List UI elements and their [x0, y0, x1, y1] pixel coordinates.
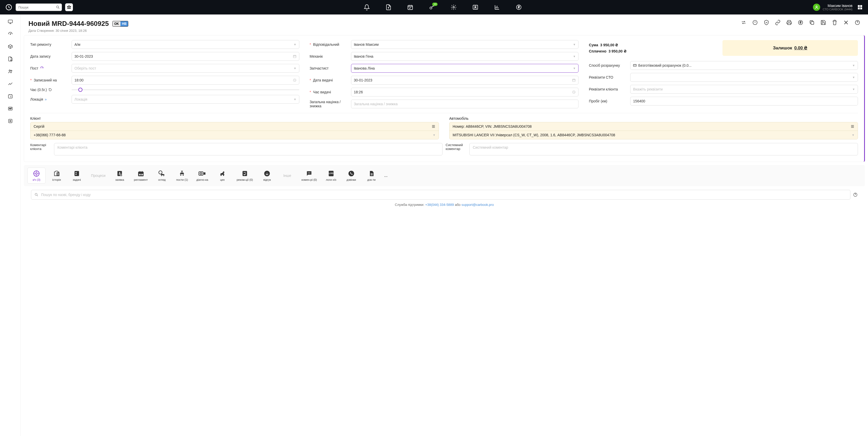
tab-search-input[interactable]: Пошук по назві, бренду і коду	[41, 193, 847, 197]
date-input[interactable]: 30-01-2023	[71, 52, 299, 61]
tab-docs[interactable]: док-ти	[363, 168, 380, 183]
currency-icon[interactable]	[516, 4, 522, 10]
user-company: СТО CARBOOK (9444)	[823, 8, 852, 11]
client-req-select[interactable]: Вкажіть реквізити▼	[630, 85, 858, 94]
tab-request[interactable]: заявка	[111, 168, 129, 183]
tab-history[interactable]: історія	[48, 168, 66, 183]
clock-icon	[572, 90, 576, 94]
trash-icon[interactable]	[832, 20, 837, 25]
sidebar-analytics-icon[interactable]	[8, 81, 13, 86]
tab-comments[interactable]: комен-рі (0)	[298, 168, 320, 183]
shield-icon[interactable]	[764, 20, 769, 25]
sidebar-people-icon[interactable]	[8, 69, 13, 74]
money-icon[interactable]	[798, 20, 803, 25]
tab-parts[interactable]: з/ч (3)	[27, 168, 45, 184]
key-icon[interactable]: 10	[429, 4, 435, 10]
save-icon[interactable]	[820, 20, 826, 25]
inspect-icon	[158, 170, 166, 177]
responsible-select[interactable]: Іванов Максим▼	[351, 40, 579, 49]
svg-point-4	[453, 6, 455, 8]
svg-point-58	[348, 171, 354, 176]
client-name-row[interactable]: Сергій	[31, 122, 439, 131]
status-group[interactable]: OK НВ	[113, 21, 128, 27]
client-phone-row[interactable]: +38(066) 777-66-88 ▼	[31, 131, 439, 139]
mileage-input[interactable]: 156400	[630, 97, 858, 106]
contact-icon[interactable]	[472, 4, 478, 10]
tab-posts[interactable]: пости (1)	[173, 168, 191, 183]
tab-regulation[interactable]: регламент	[131, 168, 151, 183]
markup-input[interactable]: Загальна націнка / знижка	[351, 99, 579, 108]
svg-rect-31	[572, 79, 576, 82]
support-email[interactable]: support@carbook.pro	[461, 203, 494, 207]
calendar-check-icon[interactable]	[407, 4, 413, 10]
sidebar-gauge-icon[interactable]	[8, 32, 13, 37]
tab-processes[interactable]: Процеси	[88, 171, 108, 180]
tab-tasks[interactable]: задачі	[68, 168, 86, 183]
help-icon[interactable]	[853, 193, 858, 197]
support-phone[interactable]: +38(044) 334-5889	[425, 203, 454, 207]
settings-icon[interactable]	[451, 4, 457, 10]
menu-icon[interactable]	[431, 124, 436, 128]
alert-icon[interactable]	[752, 20, 758, 25]
system-comment-input[interactable]: Системний коментар	[469, 143, 858, 155]
chevron-right-icon: »	[45, 97, 47, 101]
sidebar-sliders-icon[interactable]	[8, 106, 13, 111]
bank-button[interactable]	[65, 3, 73, 11]
parts-select[interactable]: Іванова Ліна▼	[351, 64, 579, 73]
location-select[interactable]: Локація▼	[71, 95, 299, 104]
repair-type-select[interactable]: А/м▼	[71, 40, 299, 49]
global-search[interactable]	[16, 3, 62, 11]
sidebar-document-icon[interactable]	[8, 56, 13, 62]
svg-rect-12	[860, 7, 862, 9]
print-icon[interactable]	[786, 20, 792, 25]
tab-other[interactable]: Інше	[278, 171, 296, 180]
add-document-icon[interactable]	[385, 4, 392, 10]
menu-icon[interactable]	[850, 124, 855, 128]
sidebar-desktop-icon[interactable]	[8, 19, 13, 24]
delivery-time-input[interactable]: 18:26	[351, 88, 579, 96]
paymethod-select[interactable]: Безготівковий розрахунок (0.0...▼	[630, 61, 858, 70]
delivery-date-input[interactable]: 30-01-2023	[351, 76, 579, 85]
svg-rect-33	[633, 64, 637, 66]
search-icon	[56, 5, 60, 9]
post-select[interactable]: Оберіть пост▼	[71, 64, 299, 73]
copy-icon[interactable]	[809, 20, 815, 25]
tab-calls[interactable]: дзвінки	[342, 168, 360, 183]
sidebar-list-icon[interactable]	[8, 118, 13, 124]
tab-search-box[interactable]: Пошук по назві, бренду і коду	[31, 190, 850, 200]
tab-review[interactable]: відгук	[258, 168, 276, 183]
tab-diag[interactable]: діагно-ка	[193, 168, 211, 183]
avatar[interactable]	[813, 4, 820, 11]
svg-rect-13	[8, 20, 12, 23]
vehicle-id-row[interactable]: Номер: AB8446CP, VIN: JMBSNCS3A8U004708	[450, 122, 858, 131]
sto-req-select[interactable]: ▼	[630, 73, 858, 82]
balance-value[interactable]: 0,00 ₴	[794, 45, 807, 51]
duration-slider[interactable]	[71, 89, 299, 90]
logo-icon[interactable]	[5, 4, 12, 11]
tab-inspect[interactable]: огляд	[153, 168, 171, 183]
svg-rect-9	[858, 5, 860, 7]
tab-recom[interactable]: реком-ції (0)	[234, 168, 256, 183]
chevron-down-icon: ▼	[852, 64, 855, 67]
review-icon	[264, 170, 270, 177]
close-icon[interactable]	[843, 20, 849, 25]
apps-icon[interactable]	[857, 4, 863, 10]
sidebar-calendar-icon[interactable]	[8, 94, 13, 99]
chart-icon[interactable]	[494, 4, 500, 10]
svg-rect-18	[8, 95, 12, 98]
tab-more[interactable]: …	[382, 174, 389, 178]
client-comment-input[interactable]: Коментарі клієнта	[54, 143, 442, 155]
vehicle-model-row[interactable]: MITSUBISHI LANCER VII Універсал (CS_W, C…	[450, 131, 858, 139]
tab-logs[interactable]: LOG логи н/з	[322, 168, 340, 183]
sidebar-package-icon[interactable]	[8, 44, 13, 49]
search-input[interactable]	[16, 3, 62, 11]
tab-workshop[interactable]: цех	[213, 168, 231, 183]
swap-icon[interactable]	[741, 20, 746, 25]
mechanic-select[interactable]: Іванов Гена▼	[351, 52, 579, 61]
help-icon[interactable]	[855, 20, 860, 25]
scheduled-input[interactable]: 18:00	[71, 76, 299, 85]
svg-rect-25	[788, 23, 791, 25]
bell-icon[interactable]	[364, 4, 370, 10]
link-icon[interactable]	[775, 20, 781, 25]
posts-icon	[178, 170, 186, 177]
